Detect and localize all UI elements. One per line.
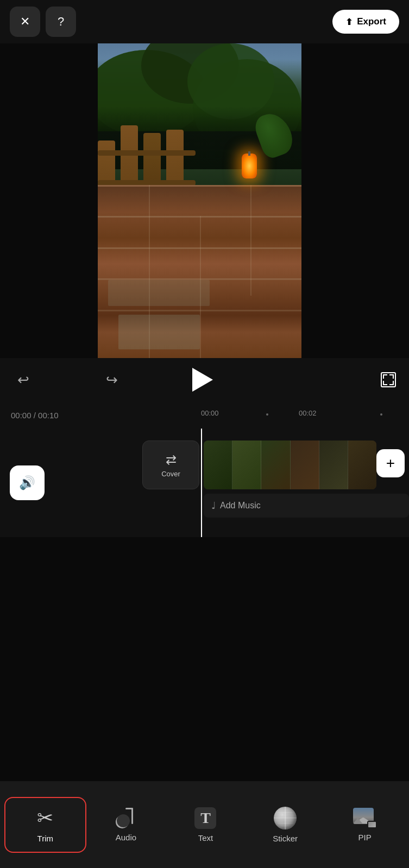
export-label: Export [357, 16, 386, 27]
lantern-glow [242, 154, 257, 178]
time-display: 00:00 / 00:10 [11, 411, 59, 420]
strip-2 [232, 441, 261, 489]
tool-pip[interactable]: PIP [325, 799, 405, 851]
audio-label: Audio [116, 833, 136, 842]
note-stem [131, 808, 133, 824]
strip-4 [291, 441, 319, 489]
current-time: 00:00 [11, 411, 32, 420]
cover-label: Cover [161, 470, 180, 478]
top-left-controls: ✕ ? [10, 7, 76, 37]
timeline-dot-2 [380, 413, 382, 416]
fullscreen-button[interactable] [381, 372, 396, 387]
playhead [201, 429, 202, 537]
note-circle-inner [117, 814, 130, 827]
strip-1 [204, 441, 232, 489]
audio-icon [116, 808, 136, 828]
fs-tr-v [393, 374, 394, 379]
help-button[interactable]: ? [46, 7, 76, 37]
add-music-button[interactable]: ♩ Add Music [204, 494, 409, 518]
controls-bar: ↩ ↪ [0, 358, 409, 401]
globe-lat2 [276, 823, 294, 824]
bottom-toolbar: ✂ Trim Audio T Text Sticker [0, 781, 409, 868]
undo-button[interactable]: ↩ [13, 367, 34, 393]
cover-arrows-icon: ⇄ [166, 452, 177, 468]
play-icon [192, 368, 213, 392]
tool-trim[interactable]: ✂ Trim [4, 797, 86, 853]
mortar-patch-1 [118, 315, 200, 349]
timeline-content: 🔊 ⇄ Cover + ♩ Add Music [0, 429, 409, 537]
tool-audio[interactable]: Audio [86, 799, 166, 851]
add-clip-button[interactable]: + [376, 449, 405, 477]
mortar-v3 [250, 185, 251, 296]
tool-text[interactable]: T Text [166, 799, 246, 851]
cover-panel[interactable]: ⇄ Cover [142, 441, 199, 489]
note-flag [125, 808, 133, 809]
top-bar: ✕ ? ⬆ Export [0, 0, 409, 43]
fs-bl-v [383, 381, 384, 385]
plant-leaf [251, 108, 297, 161]
mortar-patch-2 [108, 280, 210, 306]
export-button[interactable]: ⬆ Export [332, 10, 399, 34]
timeline-empty [0, 537, 409, 781]
fs-tl-v [383, 374, 384, 379]
fullscreen-icon [381, 372, 396, 387]
export-icon: ⬆ [345, 17, 353, 27]
video-strip[interactable] [204, 441, 376, 489]
play-button[interactable] [190, 368, 213, 392]
marker-2: 00:02 [299, 409, 317, 417]
redo-button[interactable]: ↪ [102, 367, 122, 393]
text-label: Text [198, 833, 213, 843]
pip-overlay-bg [368, 822, 376, 827]
trim-label: Trim [37, 834, 53, 843]
add-music-label: Add Music [220, 501, 261, 510]
timeline-header: 00:00 / 00:10 00:00 00:02 [0, 401, 409, 429]
plant [258, 113, 301, 167]
pip-icon [353, 808, 377, 828]
close-button[interactable]: ✕ [10, 7, 40, 37]
sticker-label: Sticker [273, 834, 298, 843]
globe-meridian [285, 807, 286, 829]
strip-6 [348, 441, 376, 489]
timeline-area[interactable]: 🔊 ⇄ Cover + ♩ Add Music [0, 429, 409, 537]
sticker-icon [274, 807, 297, 829]
lantern [242, 154, 257, 178]
audio-track-button[interactable]: 🔊 [10, 465, 45, 500]
fence-rail-2 [98, 150, 196, 156]
strip-5 [319, 441, 348, 489]
tool-sticker[interactable]: Sticker [246, 798, 325, 852]
total-time: 00:10 [38, 411, 59, 420]
volume-icon: 🔊 [19, 475, 35, 490]
time-sep: / [34, 411, 38, 420]
strip-3 [261, 441, 290, 489]
globe-lat1 [276, 812, 294, 813]
marker-0: 00:00 [201, 409, 219, 417]
pip-overlay [367, 821, 377, 828]
brick-wall [98, 185, 301, 358]
lantern-top [248, 151, 250, 156]
fs-br-v [393, 381, 394, 385]
timeline-dot-1 [266, 413, 268, 416]
text-icon: T [194, 807, 216, 829]
text-t-icon: T [200, 809, 211, 827]
video-preview [98, 43, 301, 358]
music-note-icon: ♩ [211, 500, 216, 512]
pip-label: PIP [358, 833, 372, 842]
scissors-icon: ✂ [37, 807, 53, 829]
